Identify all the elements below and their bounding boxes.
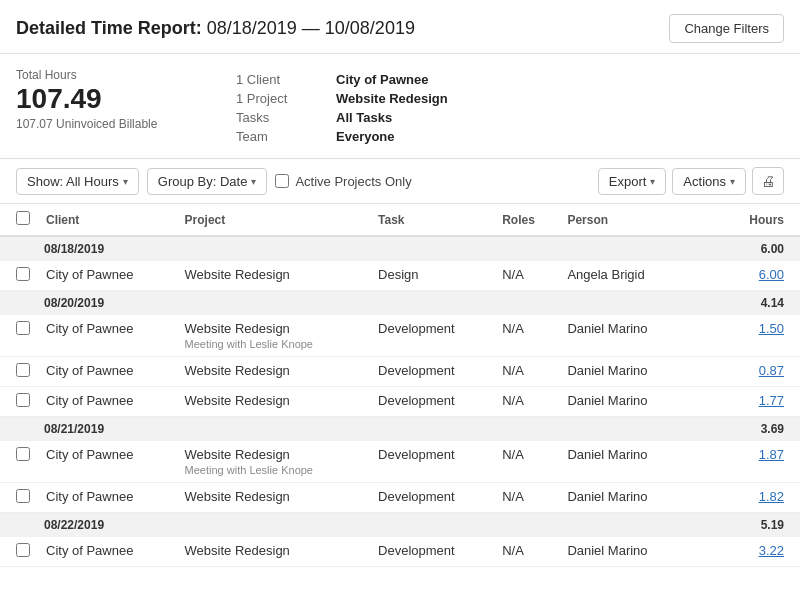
summary-key: 1 Client <box>236 72 326 87</box>
row-client: City of Pawnee <box>38 537 177 567</box>
col-person: Person <box>559 204 688 236</box>
date-range: 08/18/2019 — 10/08/2019 <box>207 18 415 38</box>
row-checkbox[interactable] <box>16 321 30 335</box>
total-hours-label: Total Hours <box>16 68 176 82</box>
row-roles: N/A <box>494 387 559 417</box>
summary-val: City of Pawnee <box>336 72 428 87</box>
date-label: 08/18/2019 <box>0 236 688 261</box>
row-person: Daniel Marino <box>559 537 688 567</box>
row-task: Development <box>370 357 494 387</box>
group-chevron-icon: ▾ <box>251 176 256 187</box>
date-label: 08/20/2019 <box>0 291 688 316</box>
summary-key: 1 Project <box>236 91 326 106</box>
select-all-checkbox[interactable] <box>16 211 30 225</box>
export-chevron-icon: ▾ <box>650 176 655 187</box>
summary-row: TeamEveryone <box>236 129 448 144</box>
summary-right: 1 ClientCity of Pawnee1 ProjectWebsite R… <box>236 68 448 144</box>
row-checkbox-cell <box>0 261 38 291</box>
col-client: Client <box>38 204 177 236</box>
col-task: Task <box>370 204 494 236</box>
actions-dropdown[interactable]: Actions ▾ <box>672 168 746 195</box>
actions-chevron-icon: ▾ <box>730 176 735 187</box>
col-roles: Roles <box>494 204 559 236</box>
row-checkbox-cell <box>0 483 38 513</box>
row-project: Website RedesignMeeting with Leslie Knop… <box>177 315 371 357</box>
row-person: Daniel Marino <box>559 441 688 483</box>
export-dropdown[interactable]: Export ▾ <box>598 168 667 195</box>
change-filters-button[interactable]: Change Filters <box>669 14 784 43</box>
date-label: 08/21/2019 <box>0 417 688 442</box>
row-client: City of Pawnee <box>38 315 177 357</box>
hours-link[interactable]: 3.22 <box>759 543 784 558</box>
hours-link[interactable]: 1.82 <box>759 489 784 504</box>
row-client: City of Pawnee <box>38 483 177 513</box>
uninvoiced-label: 107.07 Uninvoiced Billable <box>16 117 176 131</box>
row-hours: 1.82 <box>688 483 800 513</box>
row-task: Development <box>370 537 494 567</box>
table-row: City of Pawnee Website RedesignMeeting w… <box>0 441 800 483</box>
summary-val: Website Redesign <box>336 91 448 106</box>
row-task: Development <box>370 441 494 483</box>
hours-link[interactable]: 1.77 <box>759 393 784 408</box>
hours-link[interactable]: 1.50 <box>759 321 784 336</box>
row-checkbox-cell <box>0 441 38 483</box>
row-task: Development <box>370 315 494 357</box>
row-checkbox-cell <box>0 537 38 567</box>
row-person: Daniel Marino <box>559 483 688 513</box>
row-task: Development <box>370 387 494 417</box>
row-project: Website Redesign <box>177 483 371 513</box>
hours-link[interactable]: 6.00 <box>759 267 784 282</box>
row-client: City of Pawnee <box>38 441 177 483</box>
row-checkbox[interactable] <box>16 543 30 557</box>
active-projects-checkbox[interactable] <box>275 174 289 188</box>
row-hours: 1.77 <box>688 387 800 417</box>
show-dropdown[interactable]: Show: All Hours ▾ <box>16 168 139 195</box>
page-header: Detailed Time Report: 08/18/2019 — 10/08… <box>0 0 800 54</box>
row-checkbox[interactable] <box>16 489 30 503</box>
col-hours: Hours <box>688 204 800 236</box>
date-group-row: 08/18/2019 6.00 <box>0 236 800 261</box>
active-projects-filter[interactable]: Active Projects Only <box>275 174 411 189</box>
hours-link[interactable]: 1.87 <box>759 447 784 462</box>
row-client: City of Pawnee <box>38 357 177 387</box>
row-person: Daniel Marino <box>559 357 688 387</box>
row-hours: 0.87 <box>688 357 800 387</box>
row-checkbox[interactable] <box>16 363 30 377</box>
table-row: City of Pawnee Website Redesign Developm… <box>0 387 800 417</box>
row-hours: 1.87 <box>688 441 800 483</box>
group-by-dropdown[interactable]: Group By: Date ▾ <box>147 168 268 195</box>
row-project: Website Redesign <box>177 261 371 291</box>
summary-section: Total Hours 107.49 107.07 Uninvoiced Bil… <box>0 54 800 159</box>
print-button[interactable]: 🖨 <box>752 167 784 195</box>
row-roles: N/A <box>494 483 559 513</box>
row-task: Design <box>370 261 494 291</box>
summary-key: Tasks <box>236 110 326 125</box>
row-person: Angela Brigid <box>559 261 688 291</box>
total-hours-value: 107.49 <box>16 84 176 115</box>
toolbar: Show: All Hours ▾ Group By: Date ▾ Activ… <box>0 159 800 204</box>
row-roles: N/A <box>494 357 559 387</box>
row-person: Daniel Marino <box>559 315 688 357</box>
row-hours: 1.50 <box>688 315 800 357</box>
row-roles: N/A <box>494 441 559 483</box>
row-roles: N/A <box>494 537 559 567</box>
summary-left: Total Hours 107.49 107.07 Uninvoiced Bil… <box>16 68 176 144</box>
row-checkbox[interactable] <box>16 267 30 281</box>
hours-link[interactable]: 0.87 <box>759 363 784 378</box>
row-project: Website Redesign <box>177 357 371 387</box>
toolbar-right: Export ▾ Actions ▾ 🖨 <box>598 167 784 195</box>
summary-key: Team <box>236 129 326 144</box>
row-sub-text: Meeting with Leslie Knope <box>185 464 363 476</box>
date-group-row: 08/22/2019 5.19 <box>0 513 800 538</box>
show-chevron-icon: ▾ <box>123 176 128 187</box>
table-row: City of Pawnee Website Redesign Developm… <box>0 483 800 513</box>
date-hours: 4.14 <box>688 291 800 316</box>
page-title: Detailed Time Report: 08/18/2019 — 10/08… <box>16 18 415 39</box>
row-checkbox[interactable] <box>16 447 30 461</box>
row-hours: 3.22 <box>688 537 800 567</box>
row-project: Website Redesign <box>177 537 371 567</box>
row-checkbox-cell <box>0 387 38 417</box>
row-person: Daniel Marino <box>559 387 688 417</box>
row-checkbox[interactable] <box>16 393 30 407</box>
row-client: City of Pawnee <box>38 387 177 417</box>
